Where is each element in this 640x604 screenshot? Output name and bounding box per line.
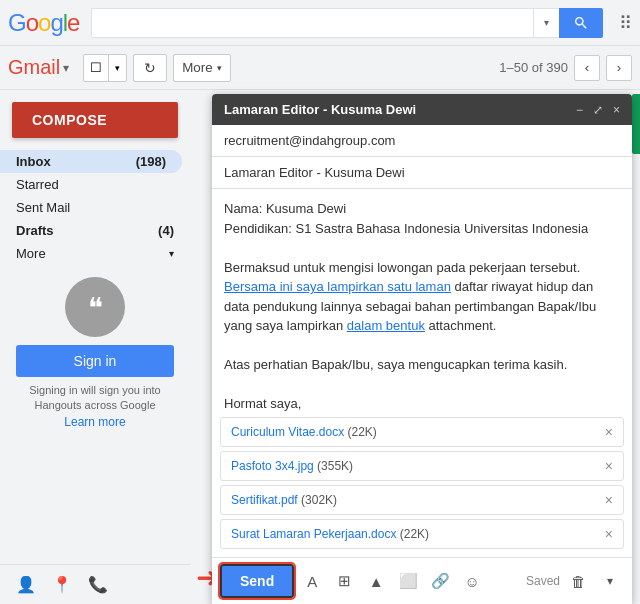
expand-icon[interactable]: ⤢ (593, 103, 603, 117)
attachment-list: Curiculum Vitae.docx (22K) × Pasfoto 3x4… (212, 413, 632, 557)
drive-icon[interactable]: ▲ (362, 567, 390, 595)
select-checkbox-button[interactable]: ☐ ▾ (83, 54, 127, 82)
green-indicator (632, 94, 640, 154)
minimize-icon[interactable]: − (576, 103, 583, 117)
next-page-button[interactable]: › (606, 55, 632, 81)
compose-title: Lamaran Editor - Kusuma Dewi (224, 102, 416, 117)
link-dalam-bentuk: dalam bentuk (347, 318, 425, 333)
person-icon[interactable]: 👤 (16, 575, 36, 594)
subject-field[interactable]: Lamaran Editor - Kusuma Dewi (212, 157, 632, 189)
photo-icon[interactable]: ⬜ (394, 567, 422, 595)
gmail-logo[interactable]: Gmail ▾ (8, 56, 69, 79)
remove-attachment-2[interactable]: × (605, 458, 613, 474)
hangouts-section: ❝ Sign in Signing in will sign you into … (0, 265, 190, 443)
sidebar: COMPOSE Inbox (198) Starred Sent Mail Dr… (0, 90, 190, 604)
sidebar-item-inbox[interactable]: Inbox (198) (0, 150, 182, 173)
attachment-2: Pasfoto 3x4.jpg (355K) × (220, 451, 624, 481)
remove-attachment-3[interactable]: × (605, 492, 613, 508)
compose-window: Lamaran Editor - Kusuma Dewi − ⤢ × recru… (212, 94, 632, 604)
sidebar-item-starred[interactable]: Starred (0, 173, 190, 196)
more-button[interactable]: More ▾ (173, 54, 230, 82)
grid-icon[interactable]: ⠿ (619, 12, 632, 34)
saved-label: Saved (526, 574, 560, 588)
more-nav-icon: ▾ (169, 248, 174, 259)
prev-page-button[interactable]: ‹ (574, 55, 600, 81)
more-dropdown-icon: ▾ (217, 63, 222, 73)
body-intro: Nama: Kusuma Dewi Pendidikan: S1 Sastra … (224, 199, 620, 238)
attachment-1: Curiculum Vitae.docx (22K) × (220, 417, 624, 447)
search-dropdown-button[interactable]: ▾ (533, 8, 559, 38)
gmail-dropdown-icon: ▾ (63, 61, 69, 75)
search-input[interactable] (91, 8, 533, 38)
search-button[interactable] (559, 8, 603, 38)
avatar: ❝ (65, 277, 125, 337)
compose-content[interactable]: Nama: Kusuma Dewi Pendidikan: S1 Sastra … (212, 189, 632, 413)
link-icon[interactable]: 🔗 (426, 567, 454, 595)
attachment-4: Surat Lamaran Pekerjaan.docx (22K) × (220, 519, 624, 549)
emoji-icon[interactable]: ☺ (458, 567, 486, 595)
send-button[interactable]: Send (220, 564, 294, 598)
compose-body: recruitment@indahgroup.com Lamaran Edito… (212, 125, 632, 557)
link-bersama: Bersama ini saya lampirkan satu laman (224, 279, 451, 294)
google-logo: Google (8, 9, 79, 37)
checkbox-dropdown-icon[interactable]: ▾ (109, 55, 126, 81)
bottom-bar: 👤 📍 📞 (0, 564, 190, 604)
sidebar-item-drafts[interactable]: Drafts (4) (0, 219, 190, 242)
pagination: 1–50 of 390 ‹ › (499, 55, 632, 81)
sign-in-button[interactable]: Sign in (16, 345, 174, 377)
attachment-3: Sertifikat.pdf (302K) × (220, 485, 624, 515)
remove-attachment-1[interactable]: × (605, 424, 613, 440)
compose-toolbar: Send A ⊞ ▲ ⬜ 🔗 ☺ Saved 🗑 ▾ (212, 557, 632, 604)
learn-more-link[interactable]: Learn more (64, 415, 125, 429)
format-text-icon[interactable]: A (298, 567, 326, 595)
sidebar-item-more[interactable]: More ▾ (0, 242, 190, 265)
delete-icon[interactable]: 🗑 (564, 567, 592, 595)
second-bar: Gmail ▾ ☐ ▾ ↻ More ▾ 1–50 of 390 ‹ › (0, 46, 640, 90)
search-icon (573, 15, 589, 31)
to-field[interactable]: recruitment@indahgroup.com (212, 125, 632, 157)
compose-button[interactable]: COMPOSE (12, 102, 178, 138)
top-bar: Google ▾ ⠿ (0, 0, 640, 46)
refresh-button[interactable]: ↻ (133, 54, 167, 82)
remove-attachment-4[interactable]: × (605, 526, 613, 542)
more-options-icon[interactable]: ▾ (596, 567, 624, 595)
location-icon[interactable]: 📍 (52, 575, 72, 594)
phone-icon[interactable]: 📞 (88, 575, 108, 594)
search-bar: ▾ (91, 8, 603, 38)
main-layout: COMPOSE Inbox (198) Starred Sent Mail Dr… (0, 90, 640, 604)
hangouts-description: Signing in will sign you into Hangouts a… (16, 383, 174, 431)
clipboard-icon[interactable]: ⊞ (330, 567, 358, 595)
close-icon[interactable]: × (613, 103, 620, 117)
sidebar-item-sent[interactable]: Sent Mail (0, 196, 190, 219)
compose-header: Lamaran Editor - Kusuma Dewi − ⤢ × (212, 94, 632, 125)
